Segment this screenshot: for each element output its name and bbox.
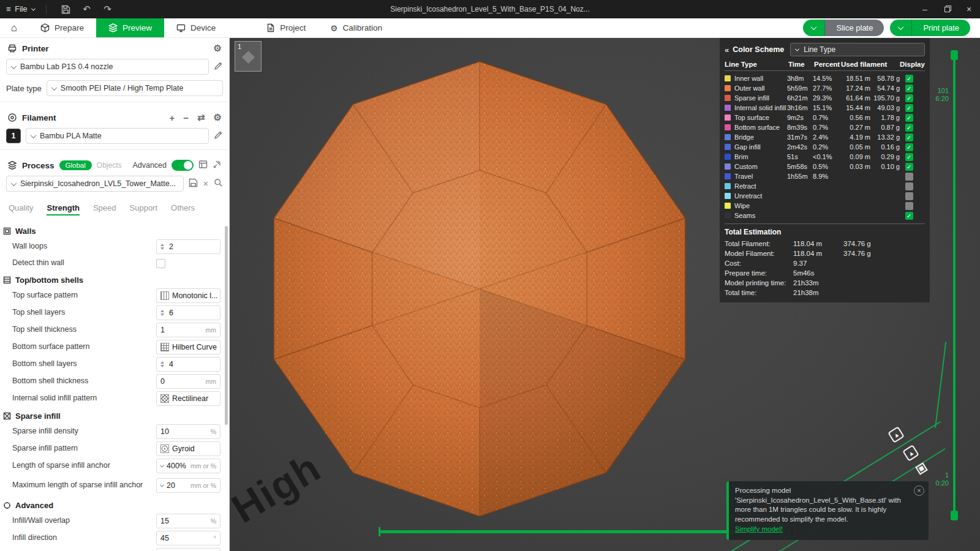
display-checkbox[interactable] [905, 192, 913, 200]
minimize-button[interactable]: – [914, 0, 936, 18]
edit-filament-button[interactable] [214, 130, 223, 142]
plate-edge-line [935, 342, 946, 428]
display-checkbox[interactable] [905, 182, 913, 190]
restore-button[interactable] [936, 0, 958, 18]
file-menu[interactable]: ≡ File [6, 5, 27, 13]
detect-thin-wall-checkbox[interactable] [156, 259, 165, 268]
filament-slot-badge[interactable]: 1 [6, 129, 21, 143]
layer-slider-bottom-handle[interactable] [951, 511, 958, 520]
process-global-tab[interactable]: Global [59, 160, 92, 170]
slice-plate-dropdown[interactable] [803, 20, 825, 36]
add-filament-button[interactable]: + [169, 113, 175, 123]
display-checkbox[interactable] [905, 94, 913, 102]
display-checkbox[interactable] [905, 133, 913, 141]
bottom-surface-pattern-select[interactable]: Hilbert Curve [156, 340, 221, 354]
search-params-button[interactable] [214, 178, 223, 190]
display-checkbox[interactable] [905, 124, 913, 132]
display-checkbox[interactable] [905, 153, 913, 161]
plate-type-select[interactable]: Smooth PEI Plate / High Temp Plate [47, 80, 223, 96]
bottom-shell-thickness-input[interactable]: 0mm [156, 374, 221, 389]
wall-loops-input[interactable]: 2 [156, 239, 221, 254]
bridge-direction-input[interactable]: 0° [156, 548, 221, 551]
process-preset-select[interactable]: Sierpinski_Icosahedron_LVL5_Tower_Matte.… [6, 176, 184, 192]
floppy-icon [189, 178, 198, 187]
bottom-shell-layers-input[interactable]: 4 [156, 357, 221, 372]
sidebar-scrollbar[interactable] [225, 226, 228, 425]
tab-strength[interactable]: Strength [47, 203, 79, 215]
printer-select[interactable]: Bambu Lab P1S 0.4 nozzle [6, 59, 209, 75]
file-menu-chevron-icon[interactable] [31, 6, 36, 10]
line-type-weight: 0.29 g [873, 153, 902, 160]
chevron-down-icon [11, 63, 17, 69]
printer-settings-gear-icon[interactable]: ⚙ [214, 43, 222, 54]
infill-direction-input[interactable]: 45° [156, 531, 221, 545]
sparse-anchor-max-select[interactable]: 20mm or % [156, 478, 221, 493]
advanced-toggle-label: Advanced [132, 161, 167, 170]
process-section-title: Process [22, 161, 55, 170]
top-shell-layers-input[interactable]: 6 [156, 305, 221, 320]
edit-printer-button[interactable] [214, 61, 223, 73]
stepper-icon[interactable] [160, 244, 164, 250]
display-checkbox[interactable] [905, 104, 913, 112]
display-checkbox[interactable] [905, 202, 913, 210]
clear-preset-button[interactable]: × [203, 179, 208, 188]
stepper-icon[interactable] [160, 361, 164, 367]
tab-others[interactable]: Others [171, 203, 195, 215]
print-plate-dropdown[interactable] [890, 20, 912, 36]
line-type-name: Seams [732, 212, 787, 219]
display-checkbox[interactable] [905, 212, 913, 220]
advanced-toggle[interactable] [172, 160, 194, 171]
redo-button[interactable]: ↷ [99, 2, 115, 17]
tab-quality[interactable]: Quality [9, 203, 33, 215]
home-button[interactable]: ⌂ [0, 18, 28, 37]
tab-device[interactable]: Device [164, 18, 228, 37]
undo-button[interactable]: ↶ [78, 2, 94, 17]
sliced-model[interactable] [262, 60, 697, 518]
display-checkbox[interactable] [905, 173, 913, 181]
filament-select[interactable]: Bambu PLA Matte [26, 128, 209, 144]
3d-viewport[interactable]: 1 High [230, 38, 980, 551]
preset-tools-button[interactable] [213, 160, 222, 171]
view-mode-select[interactable]: Line Type [790, 43, 925, 56]
slice-plate-button[interactable]: Slice plate [825, 20, 884, 36]
infill-wall-overlap-input[interactable]: 15% [156, 514, 221, 528]
col-used-filament: Used filament [841, 61, 900, 68]
print-plate-button[interactable]: Print plate [912, 20, 970, 36]
move-slider-track[interactable] [380, 530, 786, 533]
internal-solid-infill-pattern-select[interactable]: Rectilinear [156, 391, 221, 406]
sparse-infill-pattern-select[interactable]: Gyroid [156, 441, 221, 456]
preset-list-button[interactable] [198, 160, 208, 171]
filament-swap-icon[interactable]: ⇄ [197, 112, 205, 123]
notification-close-button[interactable]: × [914, 485, 924, 496]
display-checkbox[interactable] [905, 143, 913, 151]
sparse-anchor-select[interactable]: 400%mm or % [156, 459, 221, 473]
tab-preview[interactable]: Preview [96, 18, 164, 37]
remove-filament-button[interactable]: − [183, 113, 189, 123]
close-button[interactable]: × [958, 0, 980, 18]
sparse-infill-density-input[interactable]: 10% [156, 424, 221, 439]
save-project-button[interactable] [58, 2, 74, 17]
line-type-swatch [725, 75, 731, 81]
top-shell-thickness-input[interactable]: 1mm [156, 323, 221, 337]
tab-project[interactable]: Project [254, 18, 318, 37]
tab-speed[interactable]: Speed [93, 203, 116, 215]
display-checkbox[interactable] [905, 75, 913, 83]
collapse-panel-icon[interactable]: « [725, 45, 729, 54]
layer-slider-track[interactable] [953, 53, 956, 520]
filament-settings-gear-icon[interactable]: ⚙ [214, 112, 222, 123]
layer-slider-top-handle[interactable] [951, 50, 958, 60]
display-checkbox[interactable] [905, 84, 913, 92]
top-surface-pattern-select[interactable]: Monotonic l... [156, 288, 221, 303]
process-objects-tab[interactable]: Objects [97, 161, 122, 170]
tab-prepare[interactable]: Prepare [28, 18, 96, 37]
stepper-icon[interactable] [160, 310, 164, 316]
display-checkbox[interactable] [905, 163, 913, 171]
line-type-length: 0.09 m [840, 153, 873, 160]
plate-thumbnail[interactable]: 1 [235, 41, 262, 72]
tab-calibration[interactable]: ⚙ Calibration [318, 18, 394, 37]
total-value-1: 118.04 m [793, 249, 843, 258]
tab-support[interactable]: Support [130, 203, 158, 215]
display-checkbox[interactable] [905, 114, 913, 122]
simplify-model-link[interactable]: Simplify model! [735, 525, 911, 534]
save-preset-button[interactable] [189, 178, 198, 190]
